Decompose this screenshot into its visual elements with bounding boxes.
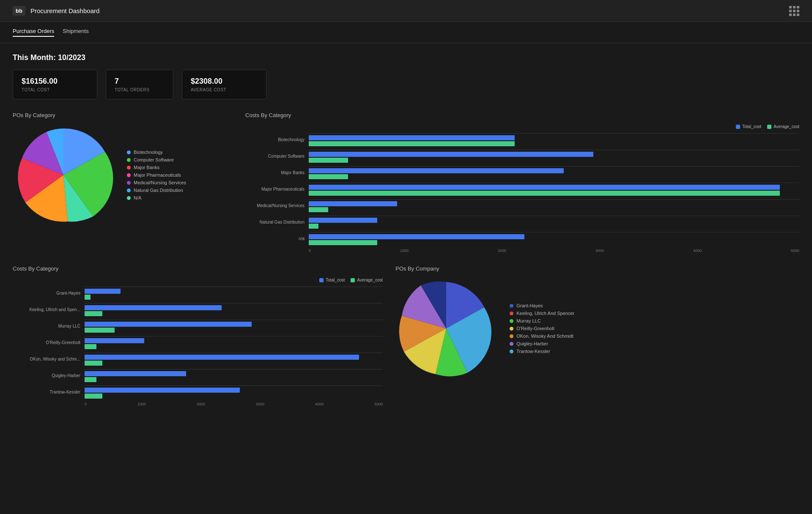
legend-item-biotech: Biotechnology [127, 150, 186, 155]
bar-label: Keeling, Ullrich and Spen... [13, 307, 85, 312]
legend-dot-quigley [510, 342, 513, 346]
bar-label: OKon, Wisoky and Schm... [13, 357, 85, 361]
bars-area [309, 232, 799, 245]
bar-total [309, 168, 564, 173]
bars-area [85, 386, 383, 399]
nav-purchase-orders[interactable]: Purchase Orders [13, 28, 54, 37]
bar-avg [85, 344, 96, 349]
bottom-charts-row: Costs By Category Total_cost Average_cos… [13, 265, 799, 406]
bar-row: OKon, Wisoky and Schm... [13, 353, 383, 366]
main-content: This Month: 10/2023 $16156.00 TOTAL COST… [0, 43, 812, 416]
pie-chart-wrapper: Biotechnology Computer Software Major Ba… [13, 124, 233, 226]
bars-area [309, 150, 799, 163]
kpi-row: $16156.00 TOTAL COST 7 TOTAL ORDERS $230… [13, 70, 799, 99]
bars-area [309, 216, 799, 229]
bar-total [85, 338, 144, 343]
bar-row: Trantow-Kessler [13, 386, 383, 399]
divider [309, 166, 799, 167]
legend-dot-murray [510, 319, 513, 323]
bars-area [85, 287, 383, 300]
bar-total [85, 289, 121, 294]
bars-area [85, 320, 383, 333]
bar-avg [85, 311, 102, 316]
divider [309, 150, 799, 150]
bar-row: Quigley-Harber [13, 369, 383, 382]
bar-avg [85, 361, 102, 366]
bar-label: Major Pharmaceuticals [245, 187, 309, 191]
kpi-total-orders: 7 TOTAL ORDERS [106, 70, 173, 99]
bar-label: Trantow-Kessler [13, 390, 85, 394]
legend-dot-majbks [127, 166, 131, 170]
bar-row: Grant-Hayes [13, 287, 383, 300]
divider [309, 199, 799, 200]
bar-row: n/a [245, 232, 799, 245]
costs-by-category-chart: Costs By Category Total_cost Average_cos… [245, 112, 799, 253]
pos-by-category-chart: POs By Category [13, 112, 233, 253]
bars-area [85, 353, 383, 366]
kpi-total-cost-label: TOTAL COST [22, 87, 88, 92]
legend-company-quigley: Quigley-Harber [510, 341, 574, 346]
costs-by-company-chart: Costs By Category Total_cost Average_cos… [13, 265, 383, 406]
bar-label: O'Reilly-Greenholt [13, 340, 85, 345]
bar-total [309, 152, 593, 157]
bar-total [309, 234, 524, 239]
bar-label: Natural Gas Distribution [245, 220, 309, 224]
bar-avg [309, 224, 318, 229]
bar-total [309, 218, 377, 223]
legend-company-grant: Grant-Hayes [510, 303, 574, 308]
top-charts-row: POs By Category [13, 112, 799, 253]
bar-label: n/a [245, 236, 309, 241]
bar-avg [85, 328, 115, 333]
divider [85, 353, 383, 353]
pos-by-company-wrapper: Grant-Hayes Keeling, Ulrich And Spencer … [395, 278, 799, 379]
pos-by-company-pie [395, 278, 497, 379]
legend-company-murray: Murray LLC [510, 318, 574, 323]
bars-area [309, 199, 799, 212]
legend-company-keeling: Keeling, Ulrich And Spencer [510, 311, 574, 316]
legend-dot-oreilly [510, 327, 513, 331]
bar-label: Computer Software [245, 154, 309, 159]
legend-dot-natgas [127, 189, 131, 192]
pos-by-category-title: POs By Category [13, 112, 233, 118]
bar-total [309, 185, 780, 190]
pos-by-category-pie [13, 124, 114, 226]
kpi-total-orders-value: 7 [115, 77, 165, 86]
bar-row: Medical/Nursing Services [245, 199, 799, 212]
kpi-total-orders-label: TOTAL ORDERS [115, 87, 165, 92]
bar-total [85, 355, 359, 360]
legend-company-oreilly: O'Reilly-Greenholt [510, 326, 574, 331]
kpi-avg-cost: $2308.00 AVERAGE COST [182, 70, 266, 99]
legend-company-avg: Average_cost [351, 278, 383, 282]
nav-bar: Purchase Orders Shipments [0, 22, 812, 43]
legend-dot-grant [510, 304, 513, 308]
bars-area [85, 336, 383, 349]
bar-row: Major Banks [245, 166, 799, 179]
kpi-total-cost-value: $16156.00 [22, 77, 88, 86]
divider [85, 386, 383, 386]
legend-dot-compsw [127, 158, 131, 162]
costs-by-category-x-axis: 010002000300040005000 [245, 249, 799, 253]
logo-area: bb Procurement Dashboard [13, 6, 99, 16]
bar-avg [309, 240, 377, 245]
bar-label: Grant-Hayes [13, 291, 85, 295]
costs-by-category-legend: Total_cost Average_cost [245, 124, 799, 129]
legend-company-dot-avg [351, 278, 355, 282]
bars-area [309, 133, 799, 146]
bar-row: Computer Software [245, 150, 799, 163]
divider [309, 183, 799, 183]
bar-avg [85, 377, 96, 382]
legend-total-cost: Total_cost [736, 124, 761, 129]
pos-by-category-legend: Biotechnology Computer Software Major Ba… [127, 150, 186, 200]
apps-icon[interactable] [789, 6, 799, 16]
bar-row: Natural Gas Distribution [245, 216, 799, 229]
divider [309, 216, 799, 216]
divider [85, 303, 383, 303]
bar-label: Biotechnology [245, 137, 309, 142]
legend-item-mednurse: Medical/Nursing Services [127, 180, 186, 185]
month-title: This Month: 10/2023 [13, 53, 799, 62]
bar-total [85, 322, 252, 327]
divider [85, 336, 383, 336]
legend-avg-cost: Average_cost [767, 124, 799, 129]
nav-shipments[interactable]: Shipments [63, 28, 88, 37]
pos-by-company-legend: Grant-Hayes Keeling, Ulrich And Spencer … [510, 303, 574, 354]
